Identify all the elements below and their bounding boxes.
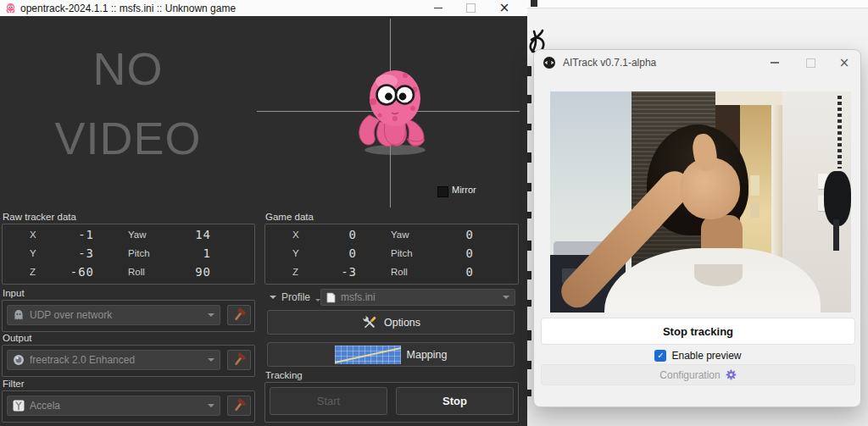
mapping-button[interactable]: Mapping — [267, 342, 515, 367]
aitrack-maximize-button[interactable] — [799, 54, 821, 71]
no-video-line2: VIDEO — [0, 103, 256, 173]
minimize-icon — [434, 8, 442, 9]
opentrack-window: opentrack-2024.1.1 :: msfs.ini :: Unknow… — [0, 0, 527, 426]
game-x-value: 0 — [306, 228, 357, 241]
hallway-switch-panel — [750, 175, 760, 195]
profile-expander[interactable]: Profile — [270, 291, 320, 303]
close-icon: × — [839, 55, 850, 70]
input-group-title: Input — [3, 288, 25, 298]
stop-tracking-label: Stop tracking — [663, 325, 733, 338]
game-data-title: Game data — [265, 212, 314, 222]
input-settings-button[interactable] — [227, 305, 251, 325]
enable-preview-checkbox[interactable]: ✓ — [654, 350, 666, 362]
raw-row-z-roll: Z-60 Roll90 — [3, 263, 254, 282]
output-settings-button[interactable] — [227, 350, 251, 370]
opentrack-minimize-button[interactable] — [426, 0, 451, 16]
stop-tracking-button[interactable]: Stop tracking — [541, 318, 855, 345]
stop-button-label: Stop — [442, 395, 467, 407]
accela-filter-icon — [13, 400, 25, 412]
game-yaw-value: 0 — [425, 228, 474, 241]
headphone-stand-arm — [833, 219, 839, 251]
hammer-icon — [231, 398, 247, 413]
udp-input-icon — [13, 309, 25, 321]
chevron-down-icon — [208, 313, 214, 317]
configuration-label: Configuration — [659, 369, 720, 381]
filter-select-value: Accela — [30, 400, 208, 412]
opentrack-close-button[interactable]: × — [492, 0, 517, 16]
chevron-down-icon — [503, 296, 509, 299]
output-select-value: freetrack 2.0 Enhanced — [30, 354, 208, 366]
raw-z-value: -60 — [43, 265, 94, 279]
filter-select[interactable]: Accela — [7, 396, 220, 416]
octopus-mascot — [354, 64, 436, 158]
input-select[interactable]: UDP over network — [7, 305, 220, 325]
game-row-z-roll: Z-3 Roll0 — [265, 263, 518, 282]
profile-label: Profile — [281, 291, 310, 303]
mirror-checkbox-label: Mirror — [452, 185, 476, 195]
hallway-switch-panel — [750, 202, 760, 218]
configuration-button[interactable]: Configuration — [541, 364, 855, 385]
tracking-group-title: Tracking — [265, 370, 303, 380]
minimize-icon — [771, 62, 779, 63]
raw-pitch-value: 1 — [162, 246, 211, 260]
aitrack-minimize-button[interactable] — [764, 54, 786, 71]
no-video-line1: NO — [0, 34, 256, 103]
raw-tracker-data-title: Raw tracker data — [3, 212, 76, 222]
opentrack-window-title: opentrack-2024.1.1 :: msfs.ini :: Unknow… — [20, 3, 236, 14]
stop-tracking-button-opentrack[interactable]: Stop — [396, 387, 514, 415]
game-z-value: -3 — [306, 265, 357, 279]
filter-settings-button[interactable] — [227, 396, 251, 416]
raw-row-y-pitch: Y-3 Pitch1 — [3, 245, 254, 263]
output-select[interactable]: freetrack 2.0 Enhanced — [7, 350, 220, 370]
profile-select[interactable]: msfs.ini — [320, 289, 515, 306]
aitrack-window-title: AITrack v0.7.1-alpha — [563, 57, 656, 69]
background-window-top — [527, 0, 868, 8]
game-roll-value: 0 — [425, 265, 474, 279]
game-pitch-value: 0 — [425, 246, 474, 260]
mapping-button-label: Mapping — [407, 349, 448, 361]
game-row-x-yaw: X0 Yaw0 — [265, 226, 518, 245]
game-data-box: X0 Yaw0 Y0 Pitch0 Z-3 Roll0 — [264, 224, 519, 285]
freetrack-output-icon — [13, 354, 25, 366]
headphones-on-stand — [824, 171, 851, 226]
raw-roll-value: 90 — [162, 265, 211, 279]
opentrack-app-icon — [5, 3, 16, 14]
opentrack-maximize-button[interactable] — [458, 0, 483, 16]
mapping-curve-icon — [335, 346, 401, 364]
start-button-label: Start — [317, 395, 340, 407]
output-group-title: Output — [3, 333, 32, 343]
filter-group-title: Filter — [3, 379, 25, 389]
maximize-icon — [466, 3, 476, 13]
aitrack-close-button[interactable]: × — [833, 54, 855, 71]
tshirt-collar-shadow — [694, 264, 743, 286]
chevron-down-icon — [208, 404, 214, 407]
tools-icon — [361, 314, 378, 331]
game-y-value: 0 — [306, 246, 357, 260]
profile-select-value: msfs.ini — [341, 291, 503, 303]
enable-preview-row: ✓ Enable preview — [534, 348, 862, 363]
raw-tracker-data-box: X-1 Yaw14 Y-3 Pitch1 Z-60 Roll90 — [2, 224, 255, 285]
webcam-preview — [550, 91, 851, 313]
input-select-value: UDP over network — [30, 309, 208, 321]
file-icon — [326, 292, 336, 303]
hammer-icon — [231, 352, 247, 368]
checkmark-icon: ✓ — [657, 350, 664, 362]
hammer-icon — [231, 307, 247, 323]
gear-icon — [726, 369, 737, 380]
screen: opentrack-2024.1.1 :: msfs.ini :: Unknow… — [0, 0, 868, 426]
mirror-checkbox[interactable] — [437, 186, 448, 197]
background-tiny-icon — [531, 0, 537, 7]
raw-yaw-value: 14 — [162, 228, 211, 241]
maximize-icon — [806, 58, 815, 68]
raw-row-x-yaw: X-1 Yaw14 — [3, 226, 254, 245]
door-frame-top — [715, 91, 783, 105]
aitrack-eye-icon — [542, 56, 556, 69]
options-button-label: Options — [384, 317, 420, 329]
raw-x-value: -1 — [43, 228, 94, 241]
start-tracking-button[interactable]: Start — [270, 387, 387, 415]
no-video-placeholder: NO VIDEO — [0, 34, 256, 173]
chevron-down-icon — [208, 358, 214, 362]
options-button[interactable]: Options — [267, 310, 515, 335]
raw-y-value: -3 — [43, 246, 94, 260]
enable-preview-label: Enable preview — [671, 350, 741, 362]
